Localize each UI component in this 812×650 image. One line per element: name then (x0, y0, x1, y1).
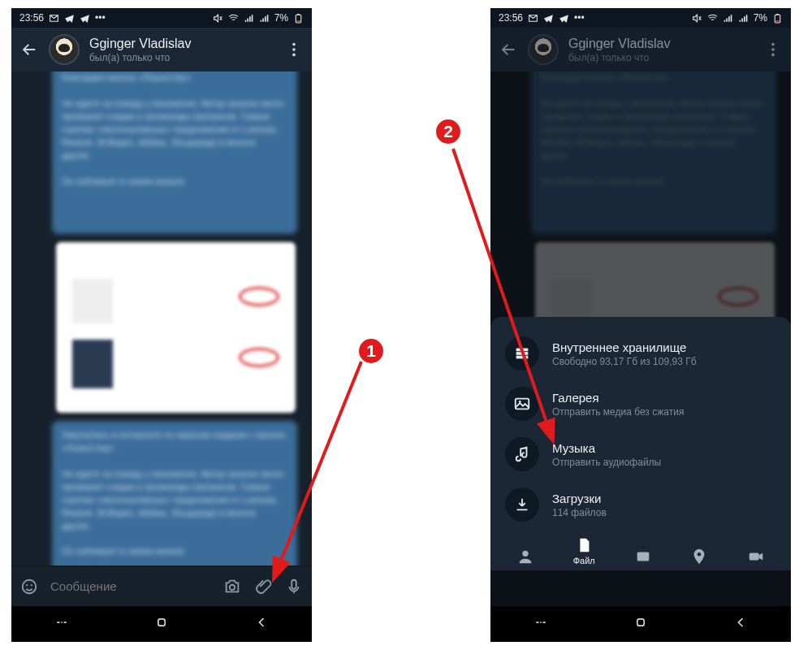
arrow-2 (447, 142, 568, 451)
telegram-icon (64, 13, 75, 24)
status-bar: 23:56 ••• 7% (11, 8, 312, 28)
more-dots-icon: ••• (95, 12, 106, 24)
videocam-icon (747, 548, 765, 566)
chat-title-block[interactable]: Gginger Vladislav был(а) только что (89, 37, 274, 63)
sheet-item-downloads[interactable]: Загрузки 114 файлов (490, 479, 791, 530)
status-bar: 23:56 ••• 7% (490, 8, 791, 28)
svg-point-4 (292, 48, 296, 51)
svg-point-28 (698, 552, 702, 557)
camera-button[interactable] (222, 577, 242, 596)
android-navbar (11, 606, 312, 642)
telegram-icon-2 (559, 13, 569, 24)
chat-title-block[interactable]: Gginger Vladislav был(а) только что (568, 37, 754, 63)
tab-file[interactable]: Файл (573, 536, 595, 566)
svg-point-6 (23, 579, 37, 593)
svg-point-9 (230, 584, 235, 589)
home-button[interactable] (153, 614, 170, 634)
callout-2: 2 (434, 118, 462, 145)
battery-percent: 7% (754, 12, 767, 24)
tab-gallery[interactable] (634, 548, 652, 566)
svg-rect-29 (749, 552, 759, 560)
wifi-icon (707, 13, 718, 24)
sheet-item-title: Музыка (552, 441, 661, 455)
battery-icon (772, 13, 783, 24)
signal-icon-2 (738, 13, 749, 24)
signal-icon-2 (259, 13, 270, 24)
arrow-1 (260, 353, 382, 589)
svg-rect-14 (158, 619, 165, 626)
svg-rect-16 (776, 14, 779, 15)
telegram-icon (543, 13, 554, 24)
tab-file-label: Файл (573, 556, 595, 566)
svg-point-5 (292, 54, 296, 57)
chat-name: Gginger Vladislav (568, 37, 754, 51)
more-dots-icon: ••• (574, 12, 585, 24)
chat-name: Gginger Vladislav (89, 37, 274, 51)
more-menu-button[interactable] (763, 40, 783, 59)
sheet-item-title: Загрузки (552, 492, 607, 505)
home-button[interactable] (633, 614, 649, 634)
sheet-item-sub: Отправить аудиофайлы (552, 457, 661, 468)
svg-point-3 (292, 43, 296, 46)
sheet-tabs: Файл (490, 530, 791, 566)
chat-header: Gginger Vladislav был(а) только что (11, 28, 312, 72)
status-time: 23:56 (499, 12, 523, 24)
mail-icon (528, 13, 538, 24)
svg-point-8 (31, 584, 32, 586)
sheet-item-sub: 114 файлов (552, 507, 607, 518)
mute-icon (692, 13, 702, 24)
more-menu-button[interactable] (284, 40, 304, 59)
avatar[interactable] (528, 34, 559, 65)
chat-status: был(а) только что (89, 52, 274, 63)
back-nav-button[interactable] (253, 614, 270, 634)
file-icon (575, 536, 593, 554)
svg-point-7 (26, 584, 28, 586)
emoji-button[interactable] (19, 577, 39, 596)
signal-icon (723, 13, 733, 24)
back-button[interactable] (19, 40, 39, 59)
svg-rect-2 (296, 20, 300, 22)
avatar[interactable] (49, 34, 80, 65)
android-navbar (490, 606, 791, 642)
svg-point-26 (522, 551, 528, 557)
sheet-item-title: Внутреннее хранилище (552, 340, 697, 354)
callout-1: 1 (357, 337, 385, 365)
wifi-icon (228, 13, 239, 24)
gallery-icon (634, 548, 652, 566)
sheet-item-sub: Отправить медиа без сжатия (552, 406, 684, 418)
person-icon (516, 548, 534, 566)
battery-icon (293, 13, 304, 24)
mail-icon (49, 13, 59, 24)
svg-rect-1 (297, 14, 300, 15)
svg-rect-27 (637, 552, 649, 561)
download-icon (505, 488, 539, 522)
signal-icon (244, 13, 254, 24)
battery-percent: 7% (274, 12, 288, 24)
svg-rect-34 (637, 619, 644, 626)
back-button[interactable] (499, 40, 518, 59)
sheet-item-sub: Свободно 93,17 Гб из 109,93 Гб (552, 356, 697, 367)
recent-apps-button[interactable] (533, 614, 549, 634)
svg-line-35 (274, 362, 361, 577)
message-input[interactable] (50, 579, 211, 593)
tab-camera[interactable] (747, 548, 765, 566)
sheet-item-title: Галерея (552, 391, 684, 405)
location-icon (690, 548, 708, 566)
svg-line-36 (453, 149, 552, 439)
svg-point-20 (771, 54, 775, 57)
telegram-icon-2 (80, 13, 90, 24)
svg-marker-30 (759, 552, 763, 560)
chat-header: Gginger Vladislav был(а) только что (490, 28, 791, 72)
mute-icon (213, 13, 223, 24)
svg-rect-17 (775, 20, 779, 22)
recent-apps-button[interactable] (54, 614, 70, 634)
svg-point-18 (771, 43, 775, 46)
tab-location[interactable] (690, 548, 708, 566)
status-time: 23:56 (19, 12, 44, 24)
tab-contact[interactable] (516, 548, 534, 566)
chat-status: был(а) только что (568, 52, 754, 63)
back-nav-button[interactable] (732, 614, 749, 634)
svg-point-19 (771, 48, 775, 51)
